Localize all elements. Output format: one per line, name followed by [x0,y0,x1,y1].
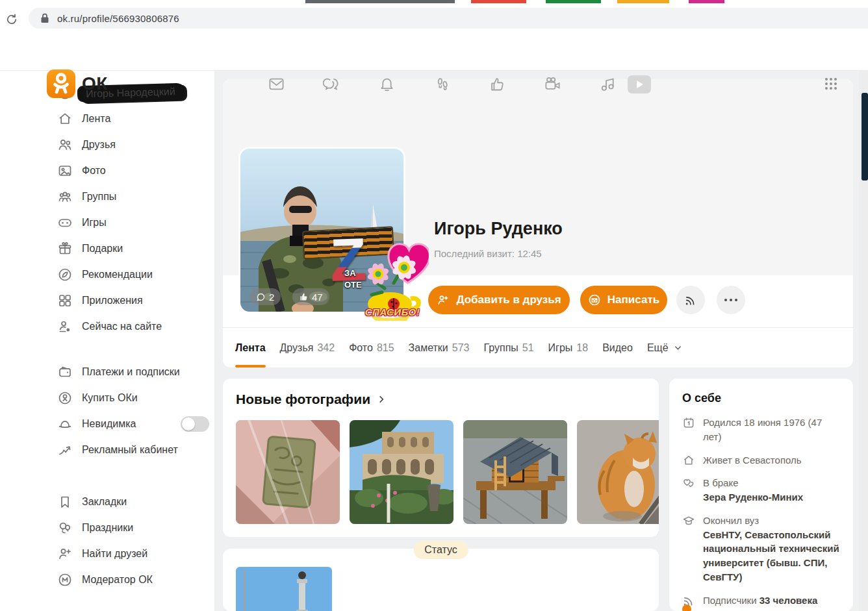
subscribers-count[interactable]: 33 человека [760,595,818,606]
more-actions-button[interactable] [717,286,745,314]
sidebar-item-find-friends[interactable]: Найти друзей [0,541,214,567]
sidebar-item-groups[interactable]: Группы [0,184,214,210]
tab-video[interactable]: Видео [602,328,633,368]
thanks-text: СПАСИБО! [357,306,428,318]
scrollbar-thumb[interactable] [862,93,868,181]
new-photos-card: Новые фотографии [223,379,659,537]
ok-logo-icon[interactable] [47,69,75,98]
status-photo[interactable] [236,567,332,611]
chevron-down-icon [674,343,682,352]
graduation-cap-icon [682,514,695,527]
invisible-hat-icon [57,416,73,432]
new-photos-title[interactable]: Новые фотографии [236,392,386,407]
tab-color-yellow [617,0,669,3]
balloons-icon [57,520,73,536]
about-birthday-row: Родился 18 июня 1976 (47 лет) [682,416,840,444]
profile-name: Игорь Руденко [434,219,563,239]
sidebar-item-friends[interactable]: Друзья [0,132,214,158]
chevron-right-icon [377,395,386,404]
ratings-icon[interactable] [489,75,506,93]
messages-icon[interactable] [268,75,285,93]
browser-toolbar: ok.ru/profile/566930806876 [0,4,868,33]
tab-color-red [471,0,526,3]
tab-photos[interactable]: Фото815 [349,328,394,368]
tab-feed[interactable]: Лента [235,328,266,368]
sidebar-item-holidays[interactable]: Праздники [0,515,214,541]
leaf-compass-icon [57,267,73,282]
write-message-button[interactable]: Написать [580,286,667,314]
lock-icon [40,13,49,23]
url-text[interactable]: ok.ru/profile/566930806876 [57,13,179,24]
video-camera-icon[interactable] [544,75,561,93]
moderator-m-icon [57,572,73,588]
profile-tabs: Лента Друзья342 Фото815 Заметки573 Групп… [235,328,682,368]
about-education-row: Окончил вуз СевНТУ, Севастопольский наци… [682,514,840,584]
university-link[interactable]: СевНТУ, Севастопольский национальный тех… [703,529,839,582]
sidebar-menu: Игорь Народецкий Лента Друзья Фото [0,80,214,593]
tab-color-gray [305,0,455,3]
status-post-card: Статус [223,549,659,611]
tab-groups[interactable]: Группы51 [484,328,534,368]
gamepad-icon [57,215,73,231]
sidebar-item-photos[interactable]: Фото [0,158,214,184]
about-title: О себе [682,392,840,405]
photo-green-artifact[interactable] [236,420,340,524]
discussions-icon[interactable] [323,75,340,93]
tab-more[interactable]: Ещё [647,328,682,368]
notifications-icon[interactable] [378,75,396,93]
reload-icon[interactable] [5,13,18,26]
sidebar-item-feed[interactable]: Лента [0,106,214,132]
add-friend-button[interactable]: Добавить в друзья [428,286,570,314]
tab-color-magenta [689,0,724,3]
person-plus-icon [57,546,73,562]
sidebar-item-ads-cabinet[interactable]: Рекламный кабинет [0,437,214,463]
photo-ginger-cat[interactable] [577,420,659,524]
guests-icon[interactable] [433,75,451,93]
tab-color-green [546,0,601,3]
sidebar-item-online-now[interactable]: Сейчас на сайте [0,314,214,340]
subscribe-rss-button[interactable] [676,286,705,314]
photo-thumbnails [236,420,659,524]
sidebar-item-moderator[interactable]: Модератор ОК [0,567,214,593]
trend-arrow-icon [57,442,73,458]
thank-you-gift-sticker: СПАСИБО! [356,236,429,325]
ok-wordmark[interactable]: ОК [82,73,108,94]
sidebar-item-recommendations[interactable]: Рекомендации [0,262,214,288]
bookmark-icon [57,494,73,510]
sidebar-item-invisible[interactable]: Невидимка [0,411,214,437]
site-header: ОК [0,32,868,71]
photo-icon [57,163,73,179]
last-visit: Последний визит: 12:45 [434,248,542,259]
tab-games[interactable]: Игры18 [548,328,589,368]
music-icon[interactable] [599,75,617,93]
home-icon [682,454,695,467]
tab-friends[interactable]: Друзья342 [280,328,335,368]
sidebar-item-bookmarks[interactable]: Закладки [0,489,214,515]
sidebar-item-gifts[interactable]: Подарки [0,236,214,262]
gift-icon [57,241,73,256]
sidebar-item-apps[interactable]: Приложения [0,288,214,314]
hearts-icon [682,477,695,490]
ok-coin-dot-icon [682,605,691,611]
apps-menu-icon[interactable] [824,77,838,91]
sidebar-item-games[interactable]: Игры [0,210,214,236]
invisible-toggle[interactable] [181,416,209,432]
about-subscribers-row: Подписчики 33 человека [682,593,840,608]
home-icon [57,111,73,127]
about-city-row: Живет в Севастополь [682,453,840,468]
profile-card: 2 47 Игорь Руденко Последний визит: 12:4… [223,79,853,368]
ok-coin-icon [57,390,73,406]
sidebar-item-payments[interactable]: Платежи и подписки [0,359,214,385]
tab-notes[interactable]: Заметки573 [409,328,470,368]
spouse-link[interactable]: Зера Руденко-Миних [703,492,803,503]
status-badge[interactable]: Статус [413,541,468,559]
sidebar-item-buy-oks[interactable]: Купить ОКи [0,385,214,411]
groups-icon [57,189,73,205]
about-marriage-row: В браке Зера Руденко-Миних [682,476,840,505]
avatar-comments-badge[interactable]: 2 [249,288,281,305]
photo-wooden-doghouse[interactable] [463,420,567,524]
photo-palace-garden[interactable] [350,420,453,524]
address-bar[interactable]: ok.ru/profile/566930806876 [29,8,868,29]
about-card: О себе Родился 18 июня 1976 (47 лет) Жив… [669,379,853,611]
video-hub-icon[interactable] [628,75,651,94]
